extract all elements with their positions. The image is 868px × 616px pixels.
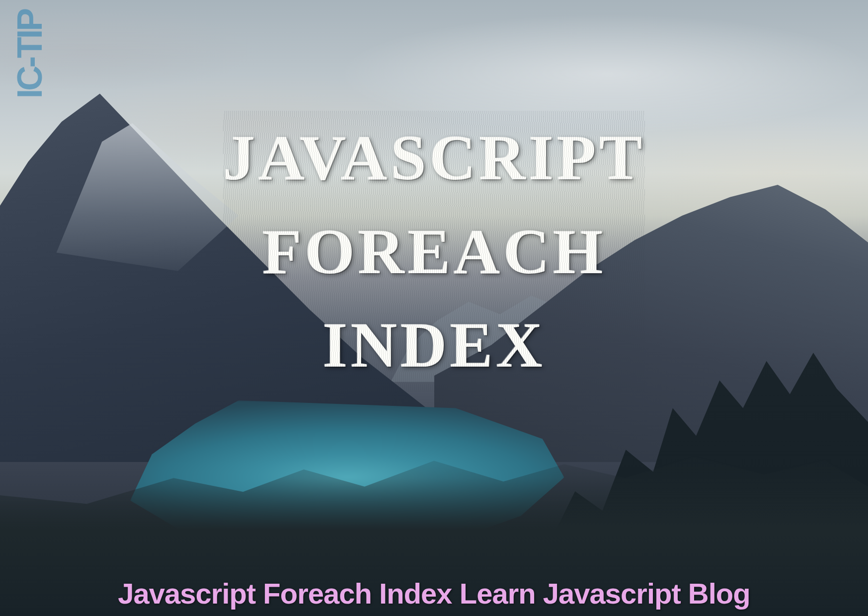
- caption-text: Javascript Foreach Index Learn Javascrip…: [0, 577, 868, 610]
- hero-line-2: FOREACH: [223, 205, 645, 299]
- hero-title: JAVASCRIPT FOREACH INDEX: [223, 111, 645, 392]
- watermark-text: IC-TIP: [10, 10, 50, 98]
- hero-line-3: INDEX: [223, 298, 645, 392]
- hero-line-1: JAVASCRIPT: [223, 111, 645, 205]
